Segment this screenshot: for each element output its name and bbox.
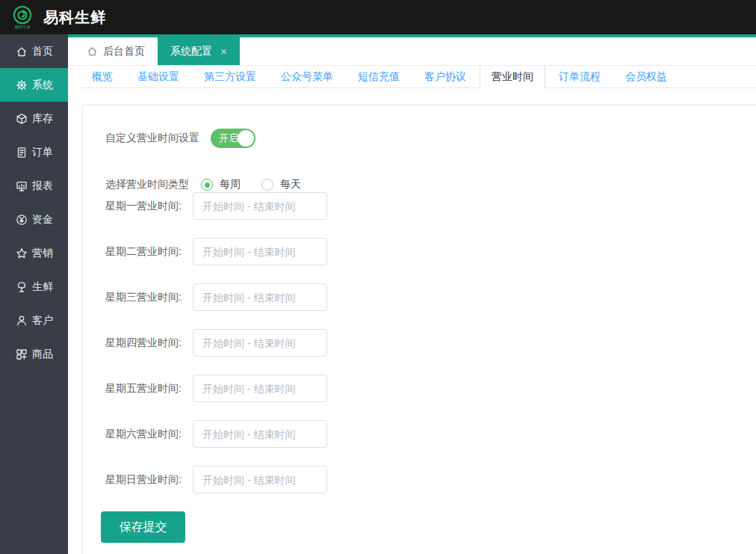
- save-submit-button[interactable]: 保存提交: [101, 511, 185, 543]
- radio-row-label: 选择营业时间类型: [105, 178, 189, 191]
- sidebar-item-inventory[interactable]: 库存: [0, 102, 68, 135]
- sidebar-item-label: 资金: [32, 213, 53, 227]
- tab-backend-home[interactable]: 后台首页: [74, 37, 158, 65]
- saturday-hours-input[interactable]: [193, 420, 327, 448]
- tab-customer-agreement[interactable]: 客户协议: [413, 66, 477, 88]
- tab-label: 后台首页: [103, 45, 145, 58]
- tab-thirdparty-settings[interactable]: 第三方设置: [193, 66, 267, 88]
- sidebar-item-fresh[interactable]: 生鲜: [0, 270, 68, 304]
- grid-icon: [16, 348, 28, 360]
- yen-circle-icon: [16, 214, 28, 226]
- settings-tab-bar: 概览 基础设置 第三方设置 公众号菜单 短信充值 客户协议 营业时间 订单流程 …: [81, 66, 756, 88]
- tab-overview[interactable]: 概览: [81, 66, 124, 88]
- radio-option-daily[interactable]: 每天: [261, 178, 301, 191]
- toggle-row-label: 自定义营业时间设置: [105, 132, 199, 145]
- user-icon: [16, 315, 28, 327]
- thursday-hours-row: 星期四营业时间:: [105, 329, 756, 357]
- thursday-hours-label: 星期四营业时间:: [105, 336, 193, 350]
- gear-icon: [16, 79, 28, 91]
- sidebar-item-products[interactable]: 商品: [0, 337, 68, 371]
- app-window: 椰理生鲜 易科生鲜 首页 系统 库存 订单 报表 资金: [0, 0, 756, 554]
- logo-subtext: 椰理生鲜: [14, 25, 31, 29]
- home-icon: [87, 46, 98, 57]
- radio-unselected-icon: [261, 179, 273, 191]
- sidebar-item-label: 报表: [32, 179, 53, 193]
- wednesday-hours-label: 星期三营业时间:: [105, 291, 193, 304]
- tuesday-hours-input[interactable]: [193, 238, 327, 265]
- tab-system-config[interactable]: 系统配置 ×: [158, 37, 240, 65]
- tuesday-hours-label: 星期二营业时间:: [105, 245, 193, 259]
- radio-option-label: 每周: [220, 178, 241, 191]
- sidebar-item-customers[interactable]: 客户: [0, 304, 68, 337]
- sunday-hours-label: 星期日营业时间:: [105, 473, 193, 487]
- sidebar-item-label: 首页: [32, 45, 53, 58]
- tab-basic-settings[interactable]: 基础设置: [126, 66, 190, 88]
- sidebar: 首页 系统 库存 订单 报表 资金 营销 生鲜: [0, 34, 68, 554]
- custom-hours-toggle-row: 自定义营业时间设置 开启: [105, 129, 756, 148]
- sunday-hours-input[interactable]: [193, 466, 327, 493]
- saturday-hours-row: 星期六营业时间:: [105, 420, 756, 448]
- sidebar-item-system[interactable]: 系统: [0, 68, 68, 102]
- star-icon: [16, 247, 28, 259]
- toggle-knob: [238, 130, 254, 147]
- wednesday-hours-input[interactable]: [193, 283, 327, 311]
- sidebar-item-label: 营销: [32, 247, 53, 260]
- tab-sms-recharge[interactable]: 短信充值: [347, 66, 411, 88]
- cube-icon: [16, 113, 28, 125]
- friday-hours-label: 星期五营业时间:: [105, 382, 193, 396]
- sidebar-item-label: 客户: [32, 314, 53, 327]
- tuesday-hours-row: 星期二营业时间:: [105, 238, 756, 265]
- document-icon: [16, 147, 28, 158]
- sunday-hours-row: 星期日营业时间:: [105, 466, 756, 493]
- sidebar-item-label: 商品: [32, 348, 53, 361]
- tab-order-flow[interactable]: 订单流程: [548, 66, 612, 88]
- sidebar-item-reports[interactable]: 报表: [0, 169, 68, 203]
- sidebar-item-label: 系统: [32, 79, 53, 92]
- sidebar-item-marketing[interactable]: 营销: [0, 236, 68, 270]
- sidebar-item-label: 生鲜: [32, 280, 53, 294]
- tab-business-hours[interactable]: 营业时间: [480, 66, 545, 88]
- sidebar-item-home[interactable]: 首页: [0, 34, 68, 68]
- tree-icon: [16, 281, 28, 293]
- tab-label: 系统配置: [170, 45, 212, 58]
- app-logo: 椰理生鲜: [6, 5, 39, 30]
- tab-official-account-menu[interactable]: 公众号菜单: [270, 66, 344, 88]
- saturday-hours-label: 星期六营业时间:: [105, 428, 193, 441]
- top-bar: 椰理生鲜 易科生鲜: [0, 0, 756, 34]
- home-icon: [16, 46, 28, 58]
- sidebar-item-label: 库存: [32, 112, 53, 126]
- business-hours-panel: 自定义营业时间设置 开启 选择营业时间类型 每周 每天 星期一营业时间: 星期二…: [82, 105, 756, 554]
- chart-board-icon: [16, 180, 28, 192]
- window-tab-bar: 后台首页 系统配置 ×: [68, 34, 756, 66]
- radio-option-weekly[interactable]: 每周: [201, 178, 241, 191]
- custom-hours-toggle[interactable]: 开启: [211, 129, 255, 148]
- sidebar-item-label: 订单: [32, 146, 53, 159]
- thursday-hours-input[interactable]: [193, 329, 327, 357]
- toggle-on-label: 开启: [219, 129, 238, 148]
- sidebar-item-orders[interactable]: 订单: [0, 135, 68, 169]
- app-title: 易科生鲜: [43, 7, 106, 28]
- monday-hours-input[interactable]: [193, 192, 327, 220]
- close-icon[interactable]: ×: [220, 46, 227, 57]
- friday-hours-row: 星期五营业时间:: [105, 375, 756, 402]
- logo-spiral-icon: [13, 5, 32, 25]
- friday-hours-input[interactable]: [193, 375, 327, 402]
- wednesday-hours-row: 星期三营业时间:: [105, 283, 756, 311]
- tab-member-benefits[interactable]: 会员权益: [614, 66, 678, 88]
- monday-hours-row: 星期一营业时间:: [105, 192, 756, 220]
- radio-option-label: 每天: [280, 178, 301, 191]
- radio-selected-icon: [201, 179, 213, 191]
- monday-hours-label: 星期一营业时间:: [105, 200, 193, 213]
- hours-type-radio-row: 选择营业时间类型 每周 每天: [105, 177, 756, 192]
- sidebar-item-funds[interactable]: 资金: [0, 203, 68, 236]
